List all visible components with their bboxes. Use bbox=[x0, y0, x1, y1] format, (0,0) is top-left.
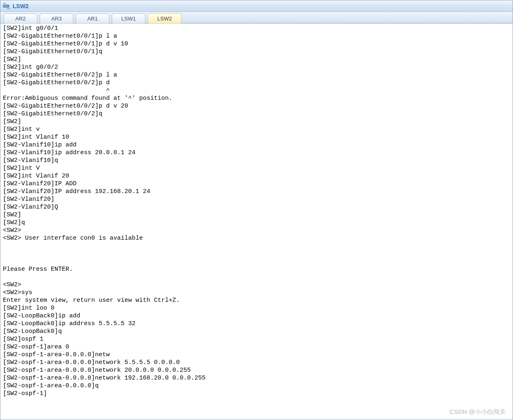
tab-lsw2[interactable]: LSW2 bbox=[148, 13, 181, 23]
tab-ar3[interactable]: AR3 bbox=[40, 13, 73, 23]
window-title: LSW2 bbox=[13, 3, 29, 9]
tab-label: AR2 bbox=[15, 16, 25, 22]
app-window: LSW2 AR2 AR3 AR1 LSW1 LSW2 [SW2]int g0/0… bbox=[0, 0, 513, 420]
tab-label: LSW1 bbox=[121, 16, 136, 22]
tab-lsw1[interactable]: LSW1 bbox=[112, 13, 145, 23]
tab-label: AR1 bbox=[87, 16, 97, 22]
tab-ar2[interactable]: AR2 bbox=[4, 13, 37, 23]
titlebar[interactable]: LSW2 bbox=[0, 0, 513, 12]
svg-rect-3 bbox=[7, 6, 7, 7]
tab-bar: AR2 AR3 AR1 LSW1 LSW2 bbox=[0, 12, 513, 23]
tab-label: AR3 bbox=[51, 16, 61, 22]
svg-rect-1 bbox=[4, 6, 5, 7]
svg-rect-2 bbox=[5, 6, 6, 7]
tab-ar1[interactable]: AR1 bbox=[76, 13, 109, 23]
terminal-output[interactable]: [SW2]int g0/0/1 [SW2-GigabitEthernet0/0/… bbox=[0, 23, 513, 420]
tab-label: LSW2 bbox=[157, 16, 172, 22]
device-icon bbox=[3, 3, 10, 9]
